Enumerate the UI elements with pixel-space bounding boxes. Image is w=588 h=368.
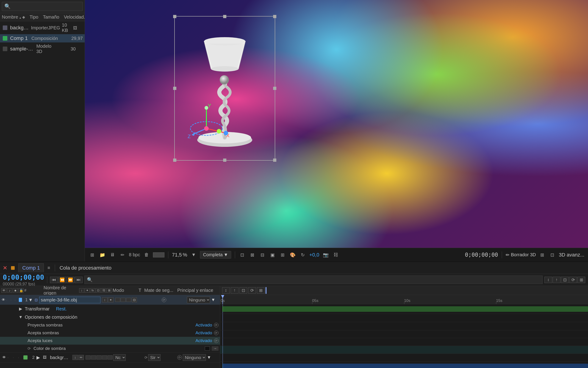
track-ctrl-4[interactable]: ⟳	[248, 287, 256, 294]
acepta-luces-circle[interactable]	[214, 338, 218, 343]
viewer-tool-icon-3[interactable]: 🖥	[109, 251, 116, 258]
layer-1-comp-options-row[interactable]: ▼ Opciones de composición	[0, 313, 220, 321]
layer-2-mode-select[interactable]: Nc	[113, 354, 126, 361]
layer-2-color-3[interactable]	[97, 355, 102, 359]
layer-2-link-circle[interactable]	[177, 355, 182, 360]
layer-2-principal-select[interactable]: Ninguno	[183, 354, 206, 361]
layer-2-color-1[interactable]	[86, 355, 90, 359]
acepta-sombras-circle[interactable]	[214, 331, 218, 335]
layer-2-fx-btns: ↕ ✏	[72, 355, 84, 360]
project-item-backgro[interactable]: backgro_peg.jpg ImporterJPEG 10 KB 🖼	[0, 21, 85, 34]
layer-1-transform-row[interactable]: ▶ Transformar Rest.	[0, 305, 220, 313]
lch-icon-3[interactable]: ■	[13, 288, 18, 293]
layer-1-principal-select[interactable]: Ninguno	[187, 297, 210, 303]
tl-btn-4[interactable]: ⟳	[569, 277, 577, 283]
col-header-velocidad: Velocidad...	[64, 14, 87, 20]
layer-1-stagger-btn[interactable]: ↕	[102, 297, 108, 302]
proyecta-sombras-circle[interactable]	[214, 323, 218, 327]
layer-2-color-btns	[86, 355, 113, 359]
layer-1-color-3[interactable]	[126, 298, 131, 302]
tl-btn-1[interactable]: ↕	[544, 277, 552, 283]
viewer-icon-f[interactable]: ⊞	[539, 251, 546, 258]
layer-2-stagger-btn[interactable]: ↕	[72, 355, 78, 360]
project-item-comp1[interactable]: Comp 1 Composición 29,97	[0, 34, 85, 42]
step-fwd-btn[interactable]: ⏩	[66, 277, 74, 283]
project-item-obj[interactable]: sample-_.ile.obj Modelo 3D 30	[0, 42, 85, 55]
comp-tab[interactable]: Comp 1	[18, 263, 44, 272]
viewer-icon-a[interactable]: ⊡	[239, 251, 246, 258]
viewer-color-wheel[interactable]: 🎨	[289, 251, 297, 258]
viewer-icon-b[interactable]: ⊠	[249, 251, 256, 258]
layer-1-mate-circle[interactable]	[162, 298, 166, 302]
timeline-timecode[interactable]: 0;00;00;00	[3, 273, 44, 281]
fx-col-btn-4[interactable]: ⊡	[96, 288, 101, 293]
lch-icon-2[interactable]: ♪	[7, 288, 12, 293]
project-search-input[interactable]	[2, 2, 83, 11]
tl-bar-layer-1[interactable]	[222, 306, 588, 312]
layer-2-type-icon: 🖼	[42, 355, 48, 360]
shadow-color-swatch[interactable]	[205, 346, 210, 350]
quality-dropdown[interactable]: Completa ▼	[200, 251, 231, 258]
tl-btn-5[interactable]: ⊞	[578, 277, 585, 283]
viewer-icon-c[interactable]: ⊟	[259, 251, 266, 258]
fx-col-btn-3[interactable]: fx	[90, 288, 95, 293]
track-ctrl-1[interactable]: ↕	[222, 287, 230, 294]
viewer-refresh-icon[interactable]: ↻	[299, 251, 307, 258]
transform-expand-btn[interactable]: ▶	[18, 306, 23, 311]
tl-btn-2[interactable]: ↑	[553, 277, 561, 283]
viewer-icon-e[interactable]: ⊞	[279, 251, 286, 258]
timeline-search-input[interactable]	[84, 276, 543, 284]
track-ctrl-3[interactable]: ⊡	[239, 287, 247, 294]
eraser-3d-btn[interactable]: ✏ Borrador 3D	[506, 252, 536, 258]
viewer-trash-icon[interactable]: 🗑	[143, 251, 150, 258]
play-btn[interactable]: ⏮	[50, 277, 58, 283]
viewer-icon-g[interactable]: ⊡	[549, 251, 556, 258]
viewer-color-swatch[interactable]	[153, 252, 164, 258]
layer-2-vis-btn[interactable]	[1, 355, 7, 360]
viewer-tool-icon-1[interactable]: ⊞	[89, 251, 96, 258]
tl-btn-3[interactable]: ⊡	[561, 277, 569, 283]
lch-icon-1[interactable]: 👁	[1, 288, 6, 293]
queue-label: Cola de procesamiento	[60, 265, 111, 271]
viewer-tool-icon-2[interactable]: 📁	[99, 251, 106, 258]
layer-2-paint-btn[interactable]: ✏	[78, 355, 84, 360]
fx-col-btn-5[interactable]: ⛓	[101, 288, 106, 293]
comp-options-expand-btn[interactable]: ▼	[18, 315, 23, 320]
track-ctrl-2[interactable]: ↑	[231, 287, 238, 294]
acepta-sombras-value[interactable]: Activado	[195, 330, 212, 335]
loop-btn[interactable]: ⏭	[75, 277, 82, 283]
fx-col-btn-2[interactable]: ✦	[85, 288, 90, 293]
layer-1-star-btn[interactable]: ✦	[108, 297, 114, 302]
zoom-dropdown-btn[interactable]: ▼	[190, 251, 197, 258]
layer-1-name-input[interactable]	[39, 297, 100, 303]
viewer-tool-icon-4[interactable]: ✏	[119, 251, 126, 258]
layer-1-color-1[interactable]	[115, 298, 120, 302]
fx-col-btn-6[interactable]: ⊠	[107, 288, 112, 293]
layer-2-mate-select[interactable]: Sir	[148, 354, 161, 361]
proyecta-sombras-value[interactable]: Activado	[195, 322, 212, 328]
layer-1-main-row[interactable]: · · · 1 ▼ ⊡ ↕ ✦	[0, 295, 220, 305]
viewer-camera-icon[interactable]: 📷	[322, 251, 329, 258]
comp-tab-menu-icon[interactable]: ≡	[47, 265, 50, 270]
acepta-luces-value[interactable]: Activado	[195, 338, 212, 343]
layer-1-vis-btn[interactable]	[1, 297, 6, 303]
layer-2-color-4[interactable]	[102, 355, 107, 359]
layer-2-expand-btn[interactable]: ▶	[35, 355, 41, 360]
close-timeline-btn[interactable]: ✕	[3, 265, 7, 271]
layer-2-color-5[interactable]	[108, 355, 113, 359]
fx-col-btn-1[interactable]: ↕	[79, 288, 84, 293]
viewer-link-icon[interactable]: ⛓	[332, 251, 339, 258]
layer-1-link: Ninguno ▼	[187, 297, 218, 303]
layer-1-motion-btn[interactable]: ⊡	[132, 297, 137, 302]
shadow-color-arrow[interactable]	[212, 346, 218, 351]
layer-1-color-2[interactable]	[121, 298, 126, 302]
lch-icon-4[interactable]: 🔒	[18, 288, 24, 293]
layer-2-main-row[interactable]: · · · 2 ▶ 🖼 background.jpeg.jpg ↕ ✏	[0, 353, 220, 362]
track-ctrl-5[interactable]: ⊞	[257, 287, 265, 294]
layer-1-expand-btn[interactable]: ▼	[28, 297, 33, 303]
step-back-btn[interactable]: ⏪	[58, 277, 66, 283]
tl-bar-layer-2[interactable]	[222, 364, 588, 368]
layer-2-color-2[interactable]	[91, 355, 96, 359]
separator-1	[168, 251, 168, 258]
viewer-icon-d[interactable]: ▣	[269, 251, 276, 258]
